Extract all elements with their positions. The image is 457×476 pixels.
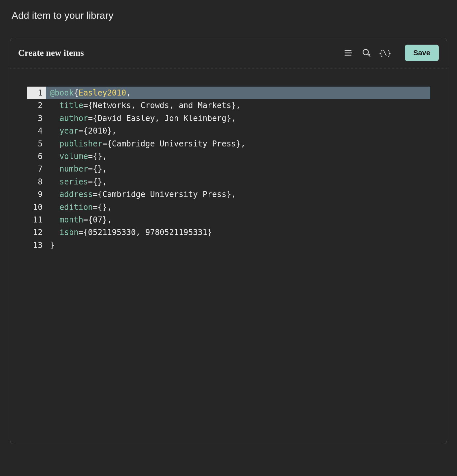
token-punct: },	[102, 215, 112, 224]
token-punct: ={	[88, 114, 98, 123]
line-content[interactable]: author={David Easley, Jon Kleinberg},	[46, 112, 430, 125]
line-content[interactable]: @book{Easley2010,	[46, 87, 430, 99]
line-content[interactable]: edition={},	[46, 201, 430, 214]
panel-title: Create new items	[18, 48, 84, 58]
code-line[interactable]: 8 series={},	[27, 176, 430, 188]
token-value: David Easley, Jon Kleinberg	[98, 114, 227, 123]
code-line[interactable]: 6 volume={},	[27, 150, 430, 163]
token-punct: {	[74, 88, 78, 98]
token-punct: }	[207, 228, 212, 237]
token-field: title	[59, 101, 83, 110]
token-punct: ={	[102, 139, 112, 148]
token-punct: ={	[83, 215, 93, 224]
token-value: 0521195330, 9780521195331	[88, 228, 207, 237]
code-line[interactable]: 3 author={David Easley, Jon Kleinberg},	[27, 112, 430, 125]
token-field: address	[59, 190, 93, 199]
create-items-panel: Create new items	[10, 38, 447, 444]
braces-icon: {\}	[379, 49, 391, 57]
line-number: 1	[27, 87, 46, 99]
token-punct: },	[107, 126, 117, 136]
code-line[interactable]: 7 number={},	[27, 163, 430, 175]
code-line[interactable]: 2 title={Networks, Crowds, and Markets},	[27, 99, 430, 112]
token-punct: }	[50, 241, 54, 250]
line-number: 8	[27, 176, 46, 188]
line-number: 6	[27, 150, 46, 163]
code-line[interactable]: 11 month={07},	[27, 214, 430, 226]
line-number: 13	[27, 239, 46, 252]
line-content[interactable]: number={},	[46, 163, 430, 175]
code-line[interactable]: 10 edition={},	[27, 201, 430, 214]
token-field: isbn	[59, 228, 79, 237]
token-punct: ,	[126, 88, 131, 98]
token-value: Networks, Crowds, and Markets	[93, 101, 231, 110]
token-field: number	[59, 164, 88, 174]
token-citekey: Easley2010	[79, 88, 126, 98]
code-line[interactable]: 13}	[27, 239, 430, 252]
token-punct: },	[227, 190, 236, 199]
line-number: 5	[27, 138, 46, 150]
braces-button[interactable]: {\}	[380, 48, 390, 58]
line-number: 9	[27, 188, 46, 201]
line-content[interactable]: title={Networks, Crowds, and Markets},	[46, 99, 430, 112]
token-value: Cambridge University Press	[112, 139, 236, 148]
token-punct: },	[236, 139, 246, 148]
line-content[interactable]: address={Cambridge University Press},	[46, 188, 430, 201]
line-content[interactable]: year={2010},	[46, 125, 430, 137]
token-field: series	[59, 177, 88, 186]
line-content[interactable]: publisher={Cambridge University Press},	[46, 138, 430, 150]
token-field: month	[59, 215, 83, 224]
list-icon	[343, 48, 353, 58]
line-number: 3	[27, 112, 46, 125]
search-button[interactable]	[361, 48, 372, 58]
token-field: publisher	[59, 139, 102, 148]
token-punct: },	[98, 177, 107, 186]
panel-actions: {\} Save	[343, 45, 439, 61]
token-punct: ={	[93, 190, 102, 199]
token-keyword: @book	[50, 88, 74, 98]
token-field: volume	[59, 152, 88, 161]
save-button[interactable]: Save	[405, 45, 439, 61]
line-content[interactable]: }	[46, 239, 430, 252]
format-list-button[interactable]	[343, 48, 353, 58]
code-line[interactable]: 9 address={Cambridge University Press},	[27, 188, 430, 201]
token-punct: },	[227, 114, 236, 123]
token-field: edition	[59, 203, 93, 212]
svg-line-8	[369, 54, 370, 56]
token-punct: ={	[83, 101, 93, 110]
token-punct: ={	[79, 228, 88, 237]
line-content[interactable]: isbn={0521195330, 9780521195331}	[46, 226, 430, 239]
token-punct: ={	[88, 177, 98, 186]
token-punct: ={	[88, 152, 98, 161]
search-icon	[362, 48, 371, 58]
panel-header: Create new items	[10, 38, 447, 68]
code-line[interactable]: 12 isbn={0521195330, 9780521195331}	[27, 226, 430, 239]
token-value: Cambridge University Press	[102, 190, 227, 199]
page-title: Add item to your library	[12, 10, 447, 21]
token-punct: },	[231, 101, 241, 110]
line-number: 12	[27, 226, 46, 239]
line-number: 4	[27, 125, 46, 137]
line-number: 2	[27, 99, 46, 112]
token-punct: },	[98, 152, 107, 161]
token-punct: },	[102, 203, 112, 212]
token-field: author	[59, 114, 88, 123]
token-value: 07	[93, 215, 102, 224]
line-content[interactable]: volume={},	[46, 150, 430, 163]
line-content[interactable]: series={},	[46, 176, 430, 188]
token-field: year	[59, 126, 79, 136]
code-line[interactable]: 1@book{Easley2010,	[27, 87, 430, 99]
line-number: 10	[27, 201, 46, 214]
token-punct: ={	[88, 164, 98, 174]
token-punct: ={	[93, 203, 102, 212]
code-line[interactable]: 4 year={2010},	[27, 125, 430, 137]
code-line[interactable]: 5 publisher={Cambridge University Press}…	[27, 138, 430, 150]
token-punct: ={	[79, 126, 88, 136]
token-value: 2010	[88, 126, 107, 136]
token-punct: },	[98, 164, 107, 174]
line-number: 11	[27, 214, 46, 226]
line-number: 7	[27, 163, 46, 175]
bibtex-editor[interactable]: 1@book{Easley2010,2 title={Networks, Cro…	[10, 68, 447, 258]
line-content[interactable]: month={07},	[46, 214, 430, 226]
